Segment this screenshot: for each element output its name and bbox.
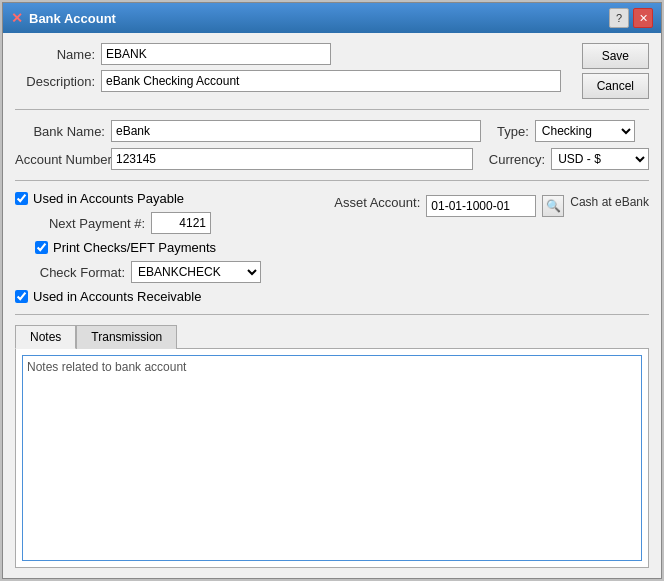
asset-account-input[interactable] xyxy=(426,195,536,217)
bank-name-input[interactable] xyxy=(111,120,481,142)
tab-content-notes: Notes related to bank account xyxy=(15,349,649,568)
top-rows: Name: Description: Save Cancel xyxy=(15,43,649,99)
help-button[interactable]: ? xyxy=(609,8,629,28)
account-number-row: Account Number: Currency: USD - $ xyxy=(15,148,649,170)
bank-name-label: Bank Name: xyxy=(15,124,105,139)
save-button[interactable]: Save xyxy=(582,43,649,69)
bank-account-window: ✕ Bank Account ? ✕ Name: Description: xyxy=(2,2,662,579)
tab-transmission[interactable]: Transmission xyxy=(76,325,177,349)
app-icon: ✕ xyxy=(11,10,23,26)
close-button[interactable]: ✕ xyxy=(633,8,653,28)
tab-bar: Notes Transmission xyxy=(15,325,649,349)
name-row: Name: xyxy=(15,43,576,65)
name-input[interactable] xyxy=(101,43,331,65)
right-section: Asset Account: 🔍 Cash at eBank xyxy=(334,191,649,304)
next-payment-row: Next Payment #: xyxy=(35,212,314,234)
description-input[interactable] xyxy=(101,70,561,92)
asset-account-label: Asset Account: xyxy=(334,195,420,210)
used-in-ap-label: Used in Accounts Payable xyxy=(33,191,184,206)
top-fields: Name: Description: xyxy=(15,43,576,92)
next-payment-label: Next Payment #: xyxy=(35,216,145,231)
used-in-ar-label: Used in Accounts Receivable xyxy=(33,289,201,304)
print-checks-row: Print Checks/EFT Payments xyxy=(35,240,314,255)
print-checks-checkbox[interactable] xyxy=(35,241,48,254)
tabs-area: Notes Transmission Notes related to bank… xyxy=(15,325,649,568)
type-label: Type: xyxy=(497,124,529,139)
check-format-row: Check Format: EBANKCHECK xyxy=(35,261,314,283)
left-section: Used in Accounts Payable Next Payment #:… xyxy=(15,191,314,304)
action-buttons: Save Cancel xyxy=(582,43,649,99)
divider-2 xyxy=(15,180,649,181)
type-select[interactable]: Checking Savings xyxy=(535,120,635,142)
title-bar-controls: ? ✕ xyxy=(609,8,653,28)
check-format-label: Check Format: xyxy=(35,265,125,280)
bank-name-row: Bank Name: Type: Checking Savings xyxy=(15,120,649,142)
title-bar: ✕ Bank Account ? ✕ xyxy=(3,3,661,33)
notes-textarea[interactable]: Notes related to bank account xyxy=(22,355,642,561)
cancel-button[interactable]: Cancel xyxy=(582,73,649,99)
name-label: Name: xyxy=(15,47,95,62)
used-in-ap-row: Used in Accounts Payable xyxy=(15,191,314,206)
asset-search-button[interactable]: 🔍 xyxy=(542,195,564,217)
used-in-ar-row: Used in Accounts Receivable xyxy=(15,289,314,304)
description-label: Description: xyxy=(15,74,95,89)
print-checks-label: Print Checks/EFT Payments xyxy=(53,240,216,255)
check-format-select[interactable]: EBANKCHECK xyxy=(131,261,261,283)
divider-1 xyxy=(15,109,649,110)
description-row: Description: xyxy=(15,70,576,92)
divider-3 xyxy=(15,314,649,315)
next-payment-input[interactable] xyxy=(151,212,211,234)
used-in-ar-checkbox[interactable] xyxy=(15,290,28,303)
currency-select[interactable]: USD - $ xyxy=(551,148,649,170)
form-content: Name: Description: Save Cancel Bank Name… xyxy=(3,33,661,578)
account-number-input[interactable] xyxy=(111,148,473,170)
main-section-row: Used in Accounts Payable Next Payment #:… xyxy=(15,191,649,304)
window-title: Bank Account xyxy=(29,11,116,26)
tab-notes[interactable]: Notes xyxy=(15,325,76,349)
currency-label: Currency: xyxy=(489,152,545,167)
title-bar-left: ✕ Bank Account xyxy=(11,10,116,26)
used-in-ap-checkbox[interactable] xyxy=(15,192,28,205)
asset-account-name: Cash at eBank xyxy=(570,195,649,209)
account-number-label: Account Number: xyxy=(15,152,105,167)
